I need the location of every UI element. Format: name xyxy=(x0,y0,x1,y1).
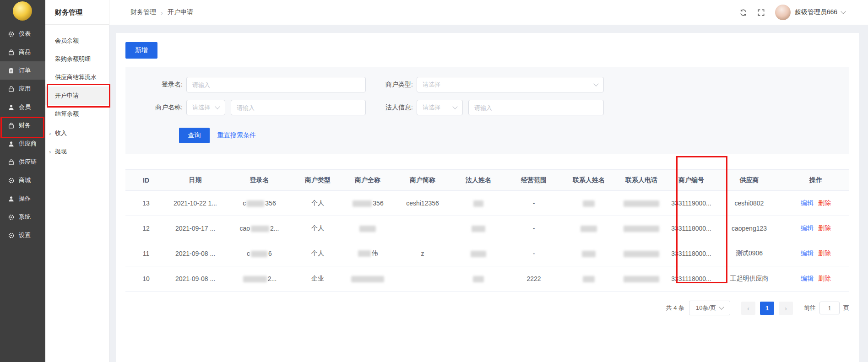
sidebar-item-mall[interactable]: 商城 xyxy=(0,171,45,189)
sidebar-item-apps[interactable]: 应用 xyxy=(0,80,45,98)
sidebar-item-finance[interactable]: 财务 xyxy=(0,116,45,135)
breadcrumb-item: 开户申请 xyxy=(168,8,193,16)
cell-login: c356 xyxy=(224,191,295,216)
cell-supplier: 王起明供应商 xyxy=(716,266,782,292)
sidebar-item-system[interactable]: 系统 xyxy=(0,208,45,226)
cell-id: 11 xyxy=(125,241,167,266)
redacted-blur xyxy=(624,200,659,207)
cell-contact_name xyxy=(561,216,616,241)
submenu-item-purchase-balance-detail[interactable]: 采购余额明细 xyxy=(45,50,109,68)
sidebar-item-label: 订单 xyxy=(19,66,31,75)
merchant-name-select-placeholder: 请选择 xyxy=(192,103,210,112)
redacted-blur xyxy=(353,200,372,207)
cell-merchant_no: 3331119000... xyxy=(667,191,716,216)
submenu-item-account-opening-application[interactable]: 开户申请 xyxy=(45,86,109,105)
redacted-blur xyxy=(624,276,659,282)
goto-label: 前往 xyxy=(804,304,816,312)
cell-type: 个人 xyxy=(295,241,341,266)
cell-full_name xyxy=(341,266,395,292)
cell-date: 2021-09-17 ... xyxy=(167,216,224,241)
delete-link[interactable]: 删除 xyxy=(818,224,831,232)
fullscreen-icon[interactable] xyxy=(757,9,765,16)
goto-page-input[interactable] xyxy=(819,302,840,314)
chevron-down-icon xyxy=(593,81,598,86)
cell-contact_name xyxy=(561,266,616,292)
merchant-name-input[interactable] xyxy=(231,100,366,115)
clipboard-icon xyxy=(8,67,15,74)
redacted-blur xyxy=(243,276,267,282)
submenu-item-label: 供应商结算流水 xyxy=(55,73,97,81)
legal-info-label: 法人信息: xyxy=(366,103,417,112)
submenu-item-member-balance[interactable]: 会员余额 xyxy=(45,32,109,50)
breadcrumb-item[interactable]: 财务管理 xyxy=(130,8,156,16)
sidebar-item-goods[interactable]: 商品 xyxy=(0,43,45,61)
merchant-type-select[interactable]: 请选择 xyxy=(417,77,604,92)
app-logo[interactable] xyxy=(13,1,32,21)
chevron-down-icon xyxy=(841,9,846,14)
main-area: 新增 登录名: 商户类型: 请选择 商户名称: 请选择 法人信息: xyxy=(109,25,868,362)
sidebar-item-settings[interactable]: 设置 xyxy=(0,226,45,244)
sidebar-item-orders[interactable]: 订单 xyxy=(0,61,45,80)
legal-info-input[interactable] xyxy=(468,100,604,115)
submenu-item-settlement-balance[interactable]: 结算余额 xyxy=(45,105,109,123)
redacted-blur xyxy=(583,200,595,207)
page-size-select[interactable]: 10条/页 xyxy=(689,301,730,315)
reset-search-link[interactable]: 重置搜索条件 xyxy=(217,131,256,140)
sidebar-item-supply-chain[interactable]: 供应链 xyxy=(0,153,45,171)
sidebar-item-operations[interactable]: 操作 xyxy=(0,189,45,208)
submenu-item-supplier-settlement-flow[interactable]: 供应商结算流水 xyxy=(45,68,109,86)
next-page-button[interactable]: › xyxy=(779,302,793,315)
chevron-right-icon: › xyxy=(49,130,51,137)
delete-link[interactable]: 删除 xyxy=(818,249,831,257)
cell-merchant_no: 3331118000... xyxy=(667,241,716,266)
applications-table: ID日期登录名商户类型商户全称商户简称法人姓名经营范围联系人姓名联系人电话商户编… xyxy=(125,169,849,292)
edit-link[interactable]: 编辑 xyxy=(801,275,814,282)
edit-link[interactable]: 编辑 xyxy=(801,224,814,232)
gear-icon xyxy=(8,177,15,184)
user-menu[interactable]: 超级管理员666 xyxy=(775,5,845,20)
column-header-type: 商户类型 xyxy=(295,170,341,191)
add-button[interactable]: 新增 xyxy=(125,42,157,59)
merchant-name-select[interactable]: 请选择 xyxy=(186,100,225,115)
query-button[interactable]: 查询 xyxy=(179,128,210,143)
person-icon xyxy=(8,140,15,147)
breadcrumb: 财务管理›开户申请 xyxy=(130,8,193,16)
table-row: 102021-09-08 ...2...企业22223331118000...王… xyxy=(125,266,849,292)
delete-link[interactable]: 删除 xyxy=(818,199,831,206)
cell-id: 12 xyxy=(125,216,167,241)
page-1-button[interactable]: 1 xyxy=(760,302,774,315)
cell-short_name xyxy=(395,216,450,241)
cell-date: 2021-09-08 ... xyxy=(167,241,224,266)
redacted-blur xyxy=(351,276,384,282)
prev-page-button[interactable]: ‹ xyxy=(741,302,755,315)
sidebar-item-suppliers[interactable]: 供应商 xyxy=(0,135,45,153)
delete-link[interactable]: 删除 xyxy=(818,275,831,282)
refresh-icon[interactable] xyxy=(739,9,747,16)
table-row: 132021-10-22 1...c356个人356ceshi12356-333… xyxy=(125,191,849,216)
sidebar-item-dashboard[interactable]: 仪表 xyxy=(0,25,45,43)
sidebar-item-label: 商品 xyxy=(19,48,31,56)
redacted-blur xyxy=(251,226,269,232)
redacted-blur xyxy=(251,251,267,257)
cell-merchant_no: 3331118000... xyxy=(667,216,716,241)
submenu-item-label: 开户申请 xyxy=(55,92,79,100)
submenu-item-income[interactable]: ›收入 xyxy=(45,124,109,142)
column-header-legal_name: 法人姓名 xyxy=(450,170,506,191)
legal-info-select[interactable]: 请选择 xyxy=(417,100,463,115)
merchant-name-label: 商户名称: xyxy=(125,103,186,112)
redacted-blur xyxy=(582,251,596,257)
cell-full_name xyxy=(341,216,395,241)
cell-ops: 编辑删除 xyxy=(782,216,849,241)
bag-icon xyxy=(8,49,15,56)
edit-link[interactable]: 编辑 xyxy=(801,199,814,206)
redacted-blur xyxy=(580,226,597,232)
column-header-business_scope: 经营范围 xyxy=(506,170,561,191)
sidebar-item-label: 供应链 xyxy=(19,158,37,166)
sidebar-item-members[interactable]: 会员 xyxy=(0,98,45,116)
bag-icon xyxy=(8,86,15,92)
cell-date: 2021-10-22 1... xyxy=(167,191,224,216)
column-header-contact_name: 联系人姓名 xyxy=(561,170,616,191)
edit-link[interactable]: 编辑 xyxy=(801,249,814,257)
submenu-item-withdrawal[interactable]: ›提现 xyxy=(45,142,109,161)
login-name-input[interactable] xyxy=(186,77,366,92)
